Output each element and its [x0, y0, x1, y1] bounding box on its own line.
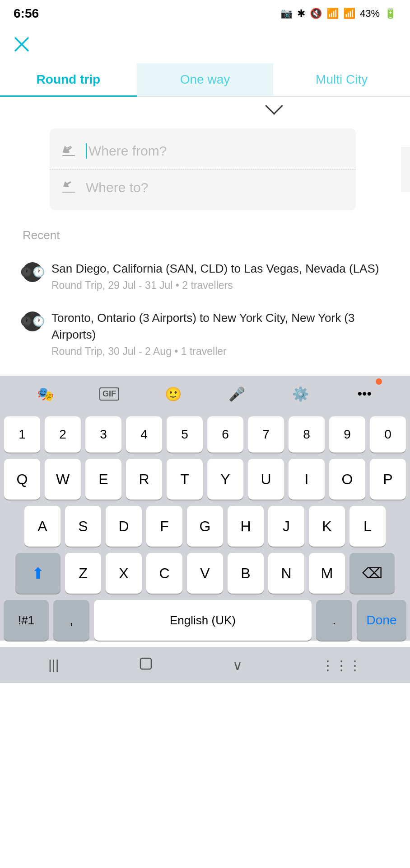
key-x[interactable]: X — [106, 553, 142, 594]
key-9[interactable]: 9 — [329, 416, 365, 453]
key-0[interactable]: 0 — [370, 416, 406, 453]
bottom-row: !#1 , English (UK) . Done — [4, 600, 406, 641]
arrival-icon — [59, 178, 79, 198]
recent-section: Recent 🕐 San Diego, California (SAN, CLD… — [0, 219, 410, 376]
signal-icon: 📶 — [343, 8, 355, 19]
bluetooth-icon: ✱ — [297, 8, 305, 19]
key-b[interactable]: B — [228, 553, 264, 594]
recent-item[interactable]: 🕐 San Diego, California (SAN, CLD) to La… — [23, 251, 387, 301]
battery-icon: 🔋 — [384, 8, 396, 19]
done-key[interactable]: Done — [357, 600, 406, 641]
asdf-row: A S D F G H J K L — [4, 506, 406, 547]
backspace-icon: ⌫ — [362, 565, 382, 582]
key-n[interactable]: N — [268, 553, 304, 594]
more-icon: ••• — [358, 386, 372, 401]
key-u[interactable]: U — [248, 459, 284, 500]
mute-icon: 🔇 — [310, 8, 322, 19]
key-f[interactable]: F — [146, 506, 182, 547]
emoji-button[interactable]: 🙂 — [157, 380, 189, 407]
key-y[interactable]: Y — [207, 459, 243, 500]
where-from-input[interactable] — [86, 143, 347, 159]
keyboard: 1 2 3 4 5 6 7 8 9 0 Q W E R T Y U I O P … — [0, 412, 410, 641]
shift-arrow-icon: ⬆ — [32, 564, 44, 582]
recent-item[interactable]: 🕐 Toronto, Ontario (3 Airports) to New Y… — [23, 301, 387, 367]
gear-icon: ⚙️ — [292, 386, 309, 402]
special-chars-key[interactable]: !#1 — [4, 600, 49, 641]
settings-button[interactable]: ⚙️ — [285, 380, 317, 407]
key-d[interactable]: D — [106, 506, 142, 547]
key-6[interactable]: 6 — [207, 416, 243, 453]
key-w[interactable]: W — [45, 459, 81, 500]
where-to-input[interactable] — [86, 180, 347, 195]
key-e[interactable]: E — [85, 459, 121, 500]
gif-button[interactable]: GIF — [93, 380, 125, 407]
camera-icon: 📷 — [280, 8, 293, 19]
period-key[interactable]: . — [316, 600, 352, 641]
key-v[interactable]: V — [187, 553, 223, 594]
emoji-icon: 🙂 — [165, 386, 182, 402]
key-p[interactable]: P — [370, 459, 406, 500]
shift-key[interactable]: ⬆ — [15, 553, 61, 594]
close-button[interactable] — [0, 27, 410, 59]
swap-button[interactable]: ↑ ↓ — [401, 147, 410, 192]
key-s[interactable]: S — [65, 506, 101, 547]
trip-type-tabs: Round trip One way Multi City — [0, 59, 410, 97]
tab-one-way[interactable]: One way — [137, 63, 274, 96]
key-a[interactable]: A — [24, 506, 61, 547]
backspace-key[interactable]: ⌫ — [349, 553, 395, 594]
key-5[interactable]: 5 — [167, 416, 203, 453]
recent-route-2: Toronto, Ontario (3 Airports) to New Yor… — [51, 310, 387, 343]
key-c[interactable]: C — [146, 553, 182, 594]
key-3[interactable]: 3 — [85, 416, 121, 453]
zxcv-row: ⬆ Z X C V B N M ⌫ — [4, 553, 406, 594]
tab-multi-city[interactable]: Multi City — [273, 63, 410, 96]
gif-icon: GIF — [99, 387, 119, 401]
key-z[interactable]: Z — [65, 553, 101, 594]
key-8[interactable]: 8 — [289, 416, 325, 453]
notification-dot — [376, 378, 382, 385]
tab-round-trip[interactable]: Round trip — [0, 63, 137, 96]
search-container — [50, 128, 356, 210]
comma-key[interactable]: , — [53, 600, 89, 641]
keyboard-toolbar: 🎭 GIF 🙂 🎤 ⚙️ ••• — [0, 376, 410, 412]
key-o[interactable]: O — [329, 459, 365, 500]
qwerty-row: Q W E R T Y U I O P — [4, 459, 406, 500]
numbers-row: 1 2 3 4 5 6 7 8 9 0 — [4, 416, 406, 453]
wifi-icon: 📶 — [326, 8, 339, 19]
recent-details-1: Round Trip, 29 Jul - 31 Jul • 2 travelle… — [51, 279, 387, 292]
where-to-row[interactable] — [50, 170, 356, 206]
departure-icon — [59, 141, 79, 161]
key-l[interactable]: L — [349, 506, 386, 547]
key-7[interactable]: 7 — [248, 416, 284, 453]
status-bar: 6:56 📷 ✱ 🔇 📶 📶 43% 🔋 — [0, 0, 410, 27]
clock-icon-1: 🕐 — [23, 262, 42, 282]
key-h[interactable]: H — [228, 506, 264, 547]
recent-text-2: Toronto, Ontario (3 Airports) to New Yor… — [51, 310, 387, 358]
recent-details-2: Round Trip, 30 Jul - 2 Aug • 1 traveller — [51, 345, 387, 358]
key-1[interactable]: 1 — [4, 416, 40, 453]
key-k[interactable]: K — [309, 506, 345, 547]
nav-grid[interactable]: ⋮⋮⋮ — [321, 657, 362, 673]
key-j[interactable]: J — [268, 506, 304, 547]
more-button[interactable]: ••• — [349, 380, 380, 407]
sticker-button[interactable]: 🎭 — [30, 380, 61, 407]
recent-label: Recent — [23, 228, 387, 242]
sticker-icon: 🎭 — [37, 386, 54, 402]
key-r[interactable]: R — [126, 459, 162, 500]
key-i[interactable]: I — [289, 459, 325, 500]
status-time: 6:56 — [14, 6, 39, 21]
nav-bar: ||| ∨ ⋮⋮⋮ — [0, 647, 410, 683]
nav-back[interactable]: ||| — [48, 657, 59, 673]
microphone-button[interactable]: 🎤 — [221, 380, 253, 407]
battery-text: 43% — [360, 8, 380, 19]
nav-home[interactable] — [138, 656, 154, 675]
key-g[interactable]: G — [187, 506, 223, 547]
key-t[interactable]: T — [167, 459, 203, 500]
key-4[interactable]: 4 — [126, 416, 162, 453]
key-2[interactable]: 2 — [45, 416, 81, 453]
key-m[interactable]: M — [309, 553, 345, 594]
key-q[interactable]: Q — [4, 459, 40, 500]
space-key[interactable]: English (UK) — [94, 600, 312, 641]
nav-down[interactable]: ∨ — [233, 657, 242, 673]
where-from-row[interactable] — [50, 133, 356, 170]
